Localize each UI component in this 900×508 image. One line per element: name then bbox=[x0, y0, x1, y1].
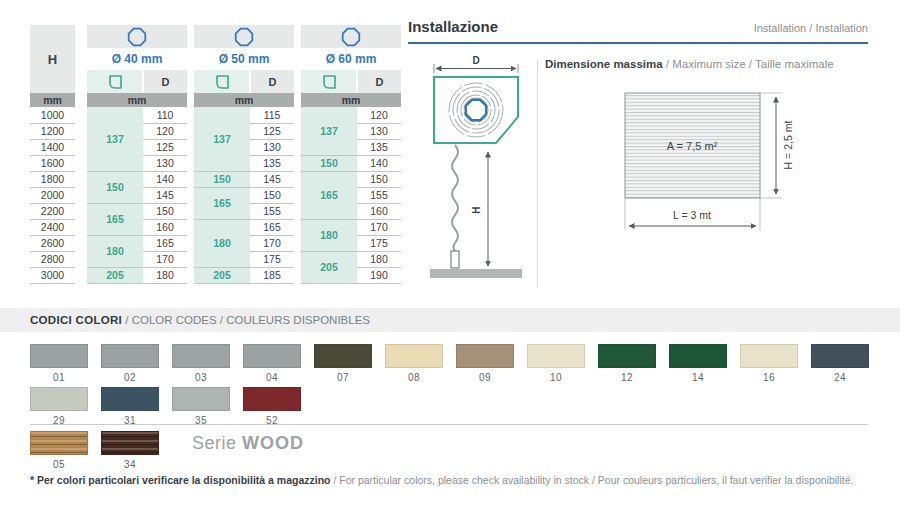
d-value: 150 bbox=[143, 203, 187, 219]
color-swatch-cell: 05 bbox=[30, 431, 88, 470]
install-diagram: D H bbox=[414, 55, 539, 290]
color-swatch-cell: 12 bbox=[598, 344, 656, 383]
color-swatch-cell: 16 bbox=[740, 344, 798, 383]
color-code-label: 02 bbox=[101, 372, 159, 383]
color-code-label: 09 bbox=[456, 372, 514, 383]
octagon-tube-icon bbox=[301, 25, 401, 48]
d-value: 155 bbox=[357, 187, 401, 203]
color-swatch bbox=[243, 344, 301, 368]
box-value: 180 bbox=[301, 219, 357, 251]
color-code-label: 16 bbox=[740, 372, 798, 383]
d-value: 170 bbox=[357, 219, 401, 235]
h-value: 1200 bbox=[30, 123, 75, 139]
h-value: 1400 bbox=[30, 139, 75, 155]
color-swatch bbox=[101, 387, 159, 411]
footnote-rest: / For particular colors, please check av… bbox=[331, 474, 854, 486]
color-swatch bbox=[598, 344, 656, 368]
color-swatch-cell: 04 bbox=[243, 344, 301, 383]
color-swatch-cell: 31 bbox=[101, 387, 159, 426]
footnote-bold: * Per colori particolari verificare la d… bbox=[30, 474, 331, 486]
h-value: 1000 bbox=[30, 107, 75, 123]
box-value: 150 bbox=[194, 171, 250, 187]
d-value: 125 bbox=[143, 139, 187, 155]
d-value: 165 bbox=[250, 219, 294, 235]
color-swatch-row-1: 01 02 03 04 07 08 09 10 12 14 16 24 bbox=[30, 344, 882, 383]
color-swatch bbox=[314, 344, 372, 368]
octagon-tube-icon bbox=[87, 25, 187, 48]
color-swatch bbox=[669, 344, 727, 368]
h-value: 1800 bbox=[30, 171, 75, 187]
color-code-label: 14 bbox=[669, 372, 727, 383]
color-swatch-cell: 02 bbox=[101, 344, 159, 383]
h-value: 3000 bbox=[30, 267, 75, 283]
box-profile-icon bbox=[301, 70, 357, 93]
color-swatch-cell: 14 bbox=[669, 344, 727, 383]
color-swatch bbox=[243, 387, 301, 411]
box-value: 137 bbox=[194, 107, 250, 171]
column-gap bbox=[187, 25, 194, 283]
box-value: 165 bbox=[194, 187, 250, 219]
column-gap bbox=[294, 25, 301, 283]
color-swatch-cell: 01 bbox=[30, 344, 88, 383]
d-value: 150 bbox=[357, 171, 401, 187]
box-value: 205 bbox=[87, 267, 143, 283]
max-size-heading-bold: Dimensione massima bbox=[545, 58, 663, 70]
strap bbox=[452, 145, 458, 251]
max-size-diagram: A = 7,5 m² H = 2,5 mt L = 3 mt bbox=[590, 78, 880, 253]
h-value: 1600 bbox=[30, 155, 75, 171]
h-value: 2200 bbox=[30, 203, 75, 219]
d-value: 140 bbox=[143, 171, 187, 187]
unit-label: mm bbox=[301, 93, 401, 107]
box-value: 205 bbox=[194, 267, 250, 283]
color-swatch bbox=[172, 387, 230, 411]
color-swatch-cell: 03 bbox=[172, 344, 230, 383]
width-dim-label: L = 3 mt bbox=[673, 209, 711, 221]
d-value: 120 bbox=[143, 123, 187, 139]
h-value: 2600 bbox=[30, 235, 75, 251]
color-swatch-cell: 29 bbox=[30, 387, 88, 426]
color-swatch-cell: 10 bbox=[527, 344, 585, 383]
color-codes-heading-bold: CODICI COLORI bbox=[30, 314, 122, 326]
box-value: 137 bbox=[87, 107, 143, 171]
section-divider bbox=[30, 424, 868, 425]
color-swatch-cell: 07 bbox=[314, 344, 372, 383]
box-profile-icon bbox=[194, 70, 250, 93]
max-size-heading: Dimensione massima / Maximum size / Tail… bbox=[545, 58, 834, 70]
color-swatch bbox=[101, 344, 159, 368]
color-code-label: 34 bbox=[101, 459, 159, 470]
diameter-header: Ø 50 mm bbox=[194, 48, 294, 70]
color-swatch bbox=[811, 344, 869, 368]
serie-label: Serie bbox=[192, 433, 242, 453]
box-value: 165 bbox=[87, 203, 143, 235]
d-value: 135 bbox=[357, 139, 401, 155]
height-dim-label: H = 2,5 mt bbox=[782, 121, 794, 170]
color-swatch-cell: 52 bbox=[243, 387, 301, 426]
d-value: 180 bbox=[143, 267, 187, 283]
box-profile-icon bbox=[87, 70, 143, 93]
d-value: 155 bbox=[250, 203, 294, 219]
d-value: 130 bbox=[250, 139, 294, 155]
color-code-label: 08 bbox=[385, 372, 443, 383]
wood-label: WOOD bbox=[242, 433, 304, 453]
color-codes-heading-rest: / COLOR CODES / COULEURS DISPONIBLES bbox=[122, 314, 370, 326]
box-value: 205 bbox=[301, 251, 357, 283]
spec-table: H Ø 40 mm Ø 50 mm Ø 60 mm D D bbox=[30, 25, 401, 284]
d-column-header: D bbox=[357, 70, 401, 93]
table-row-octagons: H bbox=[30, 25, 401, 48]
d-value: 160 bbox=[357, 203, 401, 219]
d-value: 145 bbox=[143, 187, 187, 203]
color-swatch bbox=[30, 344, 88, 368]
box-value: 150 bbox=[301, 155, 357, 171]
color-swatch-cell: 08 bbox=[385, 344, 443, 383]
d-value: 145 bbox=[250, 171, 294, 187]
d-value: 125 bbox=[250, 123, 294, 139]
color-code-label: 03 bbox=[172, 372, 230, 383]
octagon-tube-icon bbox=[466, 100, 486, 120]
box-value: 180 bbox=[87, 235, 143, 267]
column-gap bbox=[75, 25, 87, 283]
roll-h-label: H bbox=[471, 206, 482, 213]
d-value: 175 bbox=[357, 235, 401, 251]
color-code-label: 10 bbox=[527, 372, 585, 383]
color-swatch bbox=[740, 344, 798, 368]
wood-series-row: 05 34 Serie WOOD bbox=[30, 431, 304, 470]
